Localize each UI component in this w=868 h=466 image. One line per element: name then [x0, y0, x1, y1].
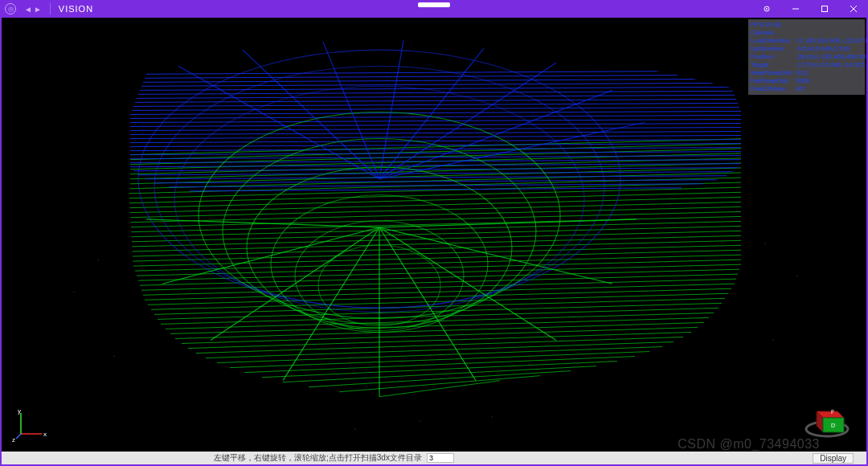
hud-fps-label: FPS:: [751, 21, 765, 29]
settings-button[interactable]: [752, 0, 781, 18]
svg-point-1: [766, 8, 768, 10]
app-icon: ◎: [5, 3, 16, 14]
minimize-button[interactable]: [781, 0, 810, 18]
hud-row-nearplane: NearPlaneDist 0.01: [751, 69, 862, 77]
axis-y-label: y: [18, 407, 21, 415]
svg-point-34: [113, 356, 114, 357]
close-button[interactable]: [839, 0, 868, 18]
hud-fps: FPS: 19.08: [751, 21, 862, 29]
svg-point-33: [73, 292, 74, 292]
hud-value: -17.514,-67.040,-14.315: [796, 61, 865, 69]
titlebar: ◎ ◄ ► VISION: [0, 0, 868, 18]
pointcloud-render: [2, 18, 866, 450]
titlebar-left: ◎ ◄ ► VISION: [0, 3, 93, 14]
statusbar: 左键平移，右键旋转，滚轮缩放;点击打开扫描3dx文件目录 Display: [2, 452, 866, 464]
nav-forward-button[interactable]: ►: [34, 5, 42, 14]
hud-label: NearPlaneDist: [751, 69, 796, 77]
hud-camera-header: Camera: [751, 29, 862, 37]
hud-value: -28.614,-332.406,409.588: [796, 53, 866, 61]
svg-point-37: [772, 340, 773, 341]
hud-row-position: Position -28.614,-332.406,409.588: [751, 53, 862, 61]
gear-icon: [763, 5, 771, 13]
svg-point-36: [796, 276, 797, 276]
hud-value: 11.100,264.906,-123.677: [796, 37, 866, 45]
svg-point-39: [354, 428, 355, 429]
svg-line-28: [379, 227, 476, 381]
hud-label: LookDirection: [751, 37, 796, 45]
viewcube-face-top: F: [831, 409, 834, 415]
svg-line-18: [379, 40, 403, 179]
hud-label: Position: [751, 53, 796, 61]
display-button[interactable]: Display: [813, 453, 854, 464]
svg-point-32: [97, 260, 98, 260]
close-icon: [850, 5, 858, 13]
titlebar-center: [0, 2, 868, 7]
svg-line-30: [379, 227, 612, 284]
svg-line-17: [323, 42, 379, 179]
window-title: VISION: [59, 4, 93, 14]
maximize-icon: [821, 5, 829, 13]
maximize-button[interactable]: [810, 0, 839, 18]
hud-row-updirection: UpDirection -0.014,0.940,0.339: [751, 45, 862, 53]
svg-line-29: [379, 227, 556, 341]
hud-label: FieldOfView: [751, 85, 796, 93]
hud-row-farplane: FarPlaneDist 5000: [751, 77, 862, 85]
axis-widget: x y z: [14, 408, 47, 440]
hud-value: 45°: [796, 85, 805, 93]
window-controls: [752, 0, 868, 18]
svg-rect-3: [822, 6, 828, 12]
hud-value: -0.014,0.940,0.339: [796, 45, 850, 53]
hud-row-lookdirection: LookDirection 11.100,264.906,-123.677: [751, 37, 862, 45]
titlebar-divider: [50, 3, 51, 14]
hud-value: 0.01: [796, 69, 809, 77]
hud-row-target: Target -17.514,-67.040,-14.315: [751, 61, 862, 69]
svg-line-22: [379, 122, 645, 178]
nav-arrows: ◄ ►: [24, 5, 42, 14]
hud-camera-label: Camera: [751, 29, 773, 37]
svg-line-23: [146, 219, 379, 227]
axis-z-icon: [16, 434, 21, 439]
svg-point-35: [764, 243, 765, 243]
svg-point-40: [491, 416, 492, 417]
axis-z-label: z: [12, 436, 15, 444]
hud-label: Target: [751, 61, 796, 69]
minimize-icon: [792, 5, 800, 13]
svg-line-31: [379, 219, 637, 227]
hud-row-fov: FieldOfView 45°: [751, 85, 862, 93]
svg-point-38: [419, 420, 420, 421]
viewport-3d[interactable]: FPS: 19.08 Camera LookDirection 11.100,2…: [2, 18, 866, 450]
viewcube-cube-icon: [817, 411, 844, 432]
statusbar-hint: 左键平移，右键旋转，滚轮缩放;点击打开扫描3dx文件目录: [214, 452, 422, 464]
nav-back-button[interactable]: ◄: [24, 5, 32, 14]
hud-label: UpDirection: [751, 45, 796, 53]
viewcube-face-front: D: [831, 423, 835, 428]
camera-info-hud: FPS: 19.08 Camera LookDirection 11.100,2…: [748, 19, 865, 95]
titlebar-handle[interactable]: [418, 2, 450, 7]
hud-label: FarPlaneDist: [751, 77, 796, 85]
axis-x-label: x: [43, 431, 47, 438]
statusbar-spin-input[interactable]: [427, 453, 454, 463]
hud-fps-value: 19.08: [765, 21, 781, 29]
hud-value: 5000: [796, 77, 810, 85]
viewcube[interactable]: F D: [802, 400, 852, 439]
